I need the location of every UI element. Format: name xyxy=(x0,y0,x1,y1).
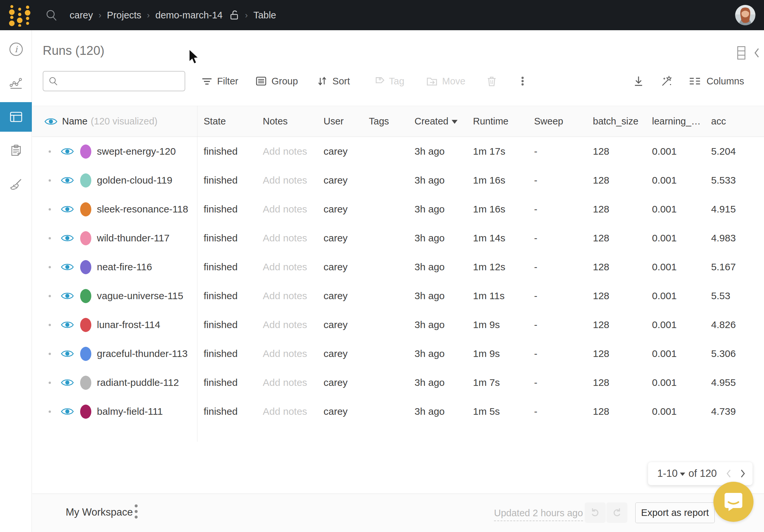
sidebar-item-overview[interactable]: i xyxy=(0,35,32,64)
table-row[interactable]: sleek-resonance-118 finished Add notes c… xyxy=(32,195,764,224)
sidebar-item-charts[interactable] xyxy=(0,68,32,98)
runs-search[interactable] xyxy=(43,71,185,91)
row-handle-dot[interactable] xyxy=(49,179,51,182)
column-header-batch-size[interactable]: batch_size xyxy=(586,116,646,127)
row-handle-dot[interactable] xyxy=(49,411,51,413)
breadcrumb-separator: › xyxy=(245,10,248,20)
table-row[interactable]: neat-fire-116 finished Add notes carey 3… xyxy=(32,253,764,281)
run-name-link[interactable]: neat-fire-116 xyxy=(97,262,152,272)
export-csv-button[interactable] xyxy=(632,75,645,88)
breadcrumb-entity[interactable]: carey xyxy=(70,10,93,21)
notes-cell[interactable]: Add notes xyxy=(256,146,317,157)
delete-button[interactable] xyxy=(486,75,497,87)
next-page-icon[interactable] xyxy=(740,469,746,478)
column-header-acc[interactable]: acc xyxy=(704,116,764,127)
sidebar-item-notes[interactable] xyxy=(0,136,32,165)
column-header-created[interactable]: Created xyxy=(408,116,467,127)
breadcrumb-projects[interactable]: Projects xyxy=(107,10,141,21)
workspace-name[interactable]: My Workspace xyxy=(66,506,133,518)
table-row[interactable]: radiant-puddle-112 finished Add notes ca… xyxy=(32,368,764,397)
chat-support-bubble[interactable] xyxy=(713,482,753,522)
run-visibility-eye-icon[interactable] xyxy=(61,407,74,417)
column-header-user[interactable]: User xyxy=(317,116,362,127)
move-button[interactable]: Move xyxy=(426,75,466,87)
toggle-all-visibility-eye-icon[interactable] xyxy=(44,116,58,126)
row-handle-dot[interactable] xyxy=(49,382,51,384)
table-row[interactable]: swept-energy-120 finished Add notes care… xyxy=(32,137,764,166)
run-name-link[interactable]: radiant-puddle-112 xyxy=(97,377,179,388)
avatar[interactable] xyxy=(735,5,755,25)
global-search-icon[interactable] xyxy=(45,9,58,21)
row-handle-dot[interactable] xyxy=(49,208,51,211)
page-size-dropdown[interactable]: 1-10 xyxy=(657,468,685,479)
run-name-link[interactable]: lunar-frost-114 xyxy=(97,319,160,330)
column-header-learning-rate[interactable]: learning_… xyxy=(646,116,704,127)
export-as-report-button[interactable]: Export as report xyxy=(635,502,715,523)
run-name-link[interactable]: swept-energy-120 xyxy=(97,146,176,157)
prev-page-icon[interactable] xyxy=(726,469,731,478)
row-handle-dot[interactable] xyxy=(49,353,51,355)
row-handle-dot[interactable] xyxy=(49,324,51,326)
run-color-dot xyxy=(80,347,91,361)
row-handle-dot[interactable] xyxy=(49,295,51,297)
table-row[interactable]: balmy-field-111 finished Add notes carey… xyxy=(32,397,764,426)
run-visibility-eye-icon[interactable] xyxy=(61,146,74,156)
notes-cell[interactable]: Add notes xyxy=(256,233,317,244)
run-visibility-eye-icon[interactable] xyxy=(61,378,74,388)
run-name-link[interactable]: graceful-thunder-113 xyxy=(97,348,188,359)
columns-button[interactable]: Columns xyxy=(689,75,744,88)
column-header-notes[interactable]: Notes xyxy=(256,116,317,127)
search-input[interactable] xyxy=(58,72,185,90)
row-handle-dot[interactable] xyxy=(49,237,51,240)
breadcrumb-project[interactable]: demo-march-14 xyxy=(155,10,223,21)
run-visibility-eye-icon[interactable] xyxy=(61,233,74,243)
notes-cell[interactable]: Add notes xyxy=(256,377,317,388)
table-row[interactable]: vague-universe-115 finished Add notes ca… xyxy=(32,281,764,310)
run-visibility-eye-icon[interactable] xyxy=(61,320,74,330)
run-visibility-eye-icon[interactable] xyxy=(61,204,74,214)
filter-button[interactable]: Filter xyxy=(201,75,238,87)
redo-button[interactable] xyxy=(606,502,627,523)
table-row[interactable]: graceful-thunder-113 finished Add notes … xyxy=(32,339,764,368)
tag-button[interactable]: Tag xyxy=(373,75,404,87)
more-actions-button[interactable] xyxy=(517,75,528,87)
row-handle-dot[interactable] xyxy=(49,266,51,268)
notes-cell[interactable]: Add notes xyxy=(256,262,317,272)
table-row[interactable]: lunar-frost-114 finished Add notes carey… xyxy=(32,310,764,339)
column-header-runtime[interactable]: Runtime xyxy=(467,116,527,127)
column-header-sweep[interactable]: Sweep xyxy=(527,116,586,127)
run-name-link[interactable]: wild-thunder-117 xyxy=(97,233,169,244)
undo-button[interactable] xyxy=(585,502,606,523)
column-resize-divider[interactable] xyxy=(197,106,197,442)
notes-cell[interactable]: Add notes xyxy=(256,290,317,301)
run-name-link[interactable]: golden-cloud-119 xyxy=(97,175,172,186)
sidebar-item-table[interactable] xyxy=(0,102,32,132)
panel-layout-icon[interactable] xyxy=(736,46,746,60)
row-handle-dot[interactable] xyxy=(49,150,51,153)
notes-cell[interactable]: Add notes xyxy=(256,406,317,417)
column-header-name[interactable]: Name xyxy=(62,116,88,127)
table-row[interactable]: wild-thunder-117 finished Add notes care… xyxy=(32,224,764,253)
table-row[interactable]: golden-cloud-119 finished Add notes care… xyxy=(32,166,764,195)
column-header-state[interactable]: State xyxy=(197,116,256,127)
breadcrumb-table[interactable]: Table xyxy=(253,10,276,21)
run-visibility-eye-icon[interactable] xyxy=(61,349,74,359)
run-visibility-eye-icon[interactable] xyxy=(61,175,74,185)
run-visibility-eye-icon[interactable] xyxy=(61,291,74,301)
notes-cell[interactable]: Add notes xyxy=(256,175,317,186)
sidebar-item-sweeps[interactable] xyxy=(0,170,32,199)
notes-cell[interactable]: Add notes xyxy=(256,348,317,359)
run-name-link[interactable]: vague-universe-115 xyxy=(97,290,183,301)
run-name-link[interactable]: sleek-resonance-118 xyxy=(97,204,188,215)
notes-cell[interactable]: Add notes xyxy=(256,204,317,215)
group-button[interactable]: Group xyxy=(255,75,298,87)
sort-button[interactable]: Sort xyxy=(316,75,350,87)
notes-cell[interactable]: Add notes xyxy=(256,319,317,330)
wandb-logo-icon[interactable] xyxy=(7,4,32,27)
run-name-link[interactable]: balmy-field-111 xyxy=(97,406,163,417)
magic-columns-button[interactable] xyxy=(661,75,673,88)
collapse-panel-chevron-icon[interactable] xyxy=(753,47,760,59)
workspace-menu-icon[interactable] xyxy=(135,504,138,519)
column-header-tags[interactable]: Tags xyxy=(362,116,408,127)
run-visibility-eye-icon[interactable] xyxy=(61,262,74,272)
